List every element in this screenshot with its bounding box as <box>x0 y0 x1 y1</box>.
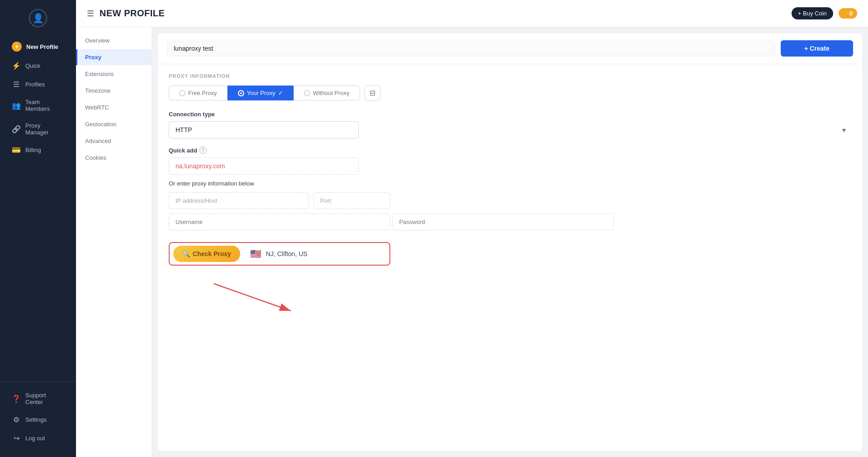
topbar: ☰ NEW PROFILE + Buy Coin 0 <box>76 0 868 27</box>
settings-icon: ⚙ <box>12 415 21 424</box>
result-location: NJ, Clifton, US <box>266 250 308 257</box>
sidebar-nav: + New Profile ⚡ Quick ☰ Profiles 👥 Team … <box>0 32 76 381</box>
red-arrow-svg <box>209 279 300 315</box>
main-panel: + Create PROXY INFORMATION Free Proxy Yo… <box>157 33 863 452</box>
profile-name-input[interactable] <box>167 41 775 56</box>
without-proxy-label: Without Proxy <box>313 90 350 96</box>
support-icon: ❓ <box>12 395 21 403</box>
proxy-tabs: Free Proxy Your Proxy ✓ Without Proxy ⊟ <box>169 85 851 101</box>
proxy-section-label: PROXY INFORMATION <box>169 73 851 79</box>
proxy-settings-button[interactable]: ⊟ <box>365 85 380 101</box>
team-icon: 👥 <box>12 101 21 110</box>
profile-bar: + Create <box>158 33 862 64</box>
tab-free-proxy[interactable]: Free Proxy <box>169 86 228 100</box>
coin-count: 0 <box>849 10 853 17</box>
quick-add-label: Quick add ? <box>169 147 851 154</box>
buy-coin-button[interactable]: + Buy Coin <box>792 7 833 19</box>
select-arrow-icon: ▾ <box>842 126 846 134</box>
panel-body: PROXY INFORMATION Free Proxy Your Proxy … <box>158 64 862 324</box>
buy-coin-label: + Buy Coin <box>798 10 827 17</box>
quick-icon: ⚡ <box>12 62 21 70</box>
sub-nav-timezone[interactable]: Timezone <box>76 83 152 99</box>
profiles-icon: ☰ <box>12 80 21 89</box>
menu-icon[interactable]: ☰ <box>87 9 94 19</box>
sidebar-label-settings: Settings <box>25 416 47 423</box>
sidebar-item-proxy-manager[interactable]: 🔗 Proxy Manager <box>4 118 72 140</box>
sidebar-item-support[interactable]: ❓ Support Center <box>4 387 72 410</box>
check-proxy-icon: 🔍 <box>182 250 190 257</box>
coin-dot-icon <box>843 11 848 16</box>
tab-your-proxy[interactable]: Your Proxy ✓ <box>228 86 294 100</box>
sidebar-item-settings[interactable]: ⚙ Settings <box>4 411 72 428</box>
sidebar-label-logout: Log out <box>25 435 45 442</box>
your-proxy-radio <box>238 90 244 96</box>
ip-host-input[interactable] <box>169 192 309 209</box>
check-proxy-button[interactable]: 🔍 Check Proxy <box>173 246 240 262</box>
without-proxy-radio <box>304 90 310 96</box>
avatar: 👤 <box>29 9 47 27</box>
result-flag: 🇺🇸 <box>250 248 261 259</box>
content-wrapper: Overview Proxy Extensions Timezone WebRT… <box>76 27 868 457</box>
sidebar-label-profiles: Profiles <box>25 81 45 88</box>
free-proxy-radio <box>179 90 185 96</box>
sub-nav-advanced[interactable]: Advanced <box>76 133 152 149</box>
check-proxy-result: 🇺🇸 NJ, Clifton, US <box>244 248 389 259</box>
sub-nav-proxy[interactable]: Proxy <box>76 49 152 65</box>
coin-badge: 0 <box>839 8 857 19</box>
sidebar-item-team-members[interactable]: 👥 Team Members <box>4 94 72 117</box>
sub-nav-cookies[interactable]: Cookies <box>76 150 152 166</box>
tab-without-proxy[interactable]: Without Proxy <box>294 86 360 100</box>
connection-type-select[interactable]: HTTP HTTPS SOCKS5 SOCKS4 <box>169 121 359 138</box>
sidebar-label-support: Support Center <box>25 392 64 405</box>
sidebar-bottom: ❓ Support Center ⚙ Settings ↪ Log out <box>0 381 76 457</box>
svg-line-1 <box>214 284 291 311</box>
username-input[interactable] <box>169 214 390 230</box>
sidebar-item-profiles[interactable]: ☰ Profiles <box>4 76 72 93</box>
sidebar-label-new-profile: New Profile <box>26 43 58 50</box>
check-proxy-label: Check Proxy <box>193 250 231 257</box>
new-profile-icon: + <box>12 42 22 52</box>
password-input[interactable] <box>392 214 614 230</box>
quick-add-input[interactable] <box>169 157 359 175</box>
sidebar-label-billing: Billing <box>25 147 41 153</box>
port-input[interactable] <box>313 192 390 209</box>
sidebar-item-quick[interactable]: ⚡ Quick <box>4 57 72 75</box>
avatar-icon: 👤 <box>33 13 44 24</box>
sidebar-label-quick: Quick <box>25 62 40 69</box>
avatar-section: 👤 <box>0 0 76 32</box>
your-proxy-label: Your Proxy <box>247 90 275 96</box>
create-button[interactable]: + Create <box>781 40 853 57</box>
sidebar-label-proxy-manager: Proxy Manager <box>25 122 64 136</box>
main-area: ☰ NEW PROFILE + Buy Coin 0 Overview Prox… <box>76 0 868 457</box>
check-proxy-row: 🔍 Check Proxy 🇺🇸 NJ, Clifton, US <box>169 242 390 266</box>
ip-port-row <box>169 192 390 209</box>
sidebar-item-logout[interactable]: ↪ Log out <box>4 429 72 447</box>
proxy-settings-icon: ⊟ <box>370 89 375 97</box>
sidebar: 👤 + New Profile ⚡ Quick ☰ Profiles 👥 Tea… <box>0 0 76 457</box>
page-title: NEW PROFILE <box>100 8 165 19</box>
free-proxy-label: Free Proxy <box>188 90 217 96</box>
sub-nav-extensions[interactable]: Extensions <box>76 66 152 82</box>
sidebar-label-team: Team Members <box>25 99 64 112</box>
connection-type-wrapper: HTTP HTTPS SOCKS5 SOCKS4 ▾ <box>169 121 851 138</box>
arrow-annotation <box>169 279 851 315</box>
your-proxy-check: ✓ <box>278 90 283 96</box>
sidebar-item-new-profile[interactable]: + New Profile <box>4 37 72 56</box>
sub-sidebar: Overview Proxy Extensions Timezone WebRT… <box>76 27 152 457</box>
sidebar-item-billing[interactable]: 💳 Billing <box>4 141 72 159</box>
proxy-manager-icon: 🔗 <box>12 125 21 133</box>
billing-icon: 💳 <box>12 146 21 154</box>
logout-icon: ↪ <box>12 434 21 443</box>
sub-nav-geolocation[interactable]: Geolocation <box>76 116 152 132</box>
connection-type-label: Connection type <box>169 111 851 118</box>
or-label: Or enter proxy information below <box>169 180 851 187</box>
sub-nav-overview[interactable]: Overview <box>76 33 152 48</box>
quick-add-info-icon: ? <box>199 147 207 154</box>
sub-nav-webrtc[interactable]: WebRTC <box>76 100 152 115</box>
